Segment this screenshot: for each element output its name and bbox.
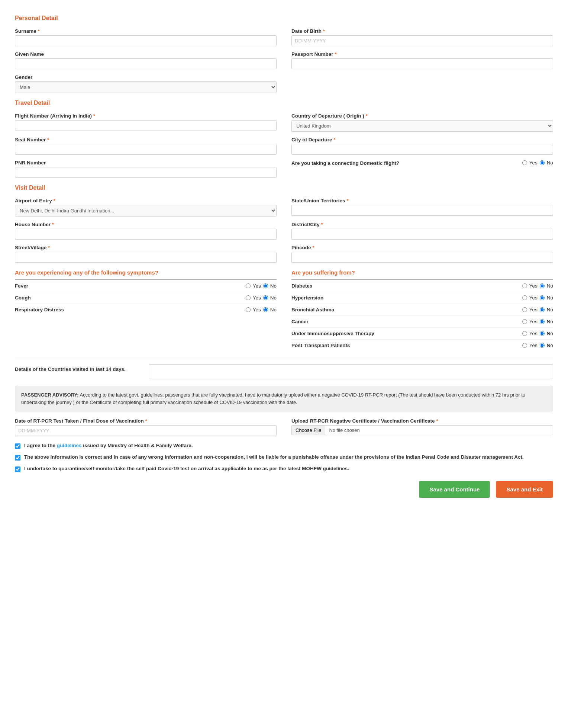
transplant-no-label: No xyxy=(547,343,553,348)
condition-hypertension-label: Hypertension xyxy=(291,295,323,301)
save-exit-button[interactable]: Save and Exit xyxy=(496,481,553,498)
personal-detail-title: Personal Detail xyxy=(15,15,553,22)
pincode-input[interactable] xyxy=(291,252,553,263)
advisory-text: According to the latest govt. guidelines… xyxy=(21,392,525,405)
cough-no-radio[interactable] xyxy=(263,295,268,300)
conditions-col: Are you suffering from? Diabetes Yes No … xyxy=(291,269,553,351)
flight-number-input[interactable] xyxy=(15,120,277,131)
seat-number-group: Seat Number * xyxy=(15,137,277,155)
cancer-yes-radio[interactable] xyxy=(522,319,527,324)
conditions-title: Are you suffering from? xyxy=(291,269,553,276)
country-departure-group: Country of Departure ( Origin ) * United… xyxy=(291,113,553,132)
transplant-no-radio[interactable] xyxy=(540,343,545,348)
cough-no-label: No xyxy=(270,295,277,301)
district-city-group: District/City * xyxy=(291,222,553,240)
immunosuppressive-yes-label: Yes xyxy=(529,331,538,336)
passport-number-group: Passport Number * xyxy=(291,51,553,69)
pincode-group: Pincode * xyxy=(291,245,553,263)
city-departure-group: City of Departure * xyxy=(291,137,553,155)
symptom-respiratory-radio-group: Yes No xyxy=(246,307,277,312)
bronchial-yes-label: Yes xyxy=(529,307,538,312)
symptom-cough-row: Cough Yes No xyxy=(15,292,277,304)
given-name-input[interactable] xyxy=(15,58,277,69)
respiratory-yes-radio[interactable] xyxy=(246,307,251,312)
checkbox3-row: I undertake to quarantine/self monitor/t… xyxy=(15,466,553,472)
passport-number-input[interactable] xyxy=(291,58,553,69)
symptom-cough-radio-group: Yes No xyxy=(246,295,277,301)
immunosuppressive-yes-radio[interactable] xyxy=(522,331,527,336)
immunosuppressive-radio-group: Yes No xyxy=(522,331,553,336)
condition-immunosuppressive-label: Under Immunosuppresive Therapy xyxy=(291,331,374,336)
file-input-display: Choose File No file chosen xyxy=(291,425,553,435)
visit-detail-section: Visit Detail Airport of Entry * New Delh… xyxy=(15,185,553,263)
hypertension-yes-label: Yes xyxy=(529,295,538,301)
given-name-label: Given Name xyxy=(15,51,277,57)
bronchial-no-radio[interactable] xyxy=(540,307,545,312)
condition-transplant-label: Post Transplant Patients xyxy=(291,343,350,348)
dob-input[interactable] xyxy=(291,35,553,46)
hypertension-radio-group: Yes No xyxy=(522,295,553,301)
symptom-respiratory-row: Respiratory Distress Yes No xyxy=(15,304,277,315)
connecting-flight-no-radio[interactable] xyxy=(540,160,545,165)
connecting-flight-label: Are you taking a connecting Domestic fli… xyxy=(291,160,399,167)
diabetes-yes-radio[interactable] xyxy=(522,283,527,288)
checkbox2-label: The above information is correct and in … xyxy=(24,454,524,460)
fever-yes-radio[interactable] xyxy=(246,283,251,288)
pnr-number-label: PNR Number xyxy=(15,160,277,166)
seat-number-input[interactable] xyxy=(15,144,277,155)
hypertension-no-radio[interactable] xyxy=(540,295,545,300)
rtpcr-date-input[interactable] xyxy=(15,425,277,436)
cancer-no-radio[interactable] xyxy=(540,319,545,324)
fever-no-radio[interactable] xyxy=(263,283,268,288)
gender-group: Gender Male Female Other xyxy=(15,74,277,93)
symptoms-title: Are you experiencing any of the followin… xyxy=(15,269,277,276)
choose-file-button[interactable]: Choose File xyxy=(292,426,325,435)
connecting-flight-no-label: No xyxy=(547,160,553,166)
checkbox1[interactable] xyxy=(15,443,20,449)
state-union-group: State/Union Territories * xyxy=(291,198,553,217)
house-number-group: House Number * xyxy=(15,222,277,240)
immunosuppressive-no-label: No xyxy=(547,331,553,336)
buttons-row: Save and Continue Save and Exit xyxy=(15,481,553,498)
connecting-flight-yes-radio[interactable] xyxy=(522,160,527,165)
house-number-input[interactable] xyxy=(15,229,277,240)
transplant-yes-radio[interactable] xyxy=(522,343,527,348)
save-continue-button[interactable]: Save and Continue xyxy=(419,481,490,498)
checkbox3[interactable] xyxy=(15,466,20,472)
checkbox1-row: I agree to the guidelines issued by Mini… xyxy=(15,443,553,449)
connecting-flight-group: Are you taking a connecting Domestic fli… xyxy=(291,160,553,178)
respiratory-no-label: No xyxy=(270,307,277,312)
transplant-yes-label: Yes xyxy=(529,343,538,348)
immunosuppressive-no-radio[interactable] xyxy=(540,331,545,336)
diabetes-no-radio[interactable] xyxy=(540,283,545,288)
respiratory-no-radio[interactable] xyxy=(263,307,268,312)
airport-entry-select[interactable]: New Delhi, Delhi-Indira Gandhi Internati… xyxy=(15,205,277,217)
district-city-input[interactable] xyxy=(291,229,553,240)
street-village-input[interactable] xyxy=(15,252,277,263)
guidelines-link[interactable]: guidelines xyxy=(57,443,82,448)
symptoms-conditions-section: Are you experiencing any of the followin… xyxy=(15,269,553,351)
condition-cancer-row: Cancer Yes No xyxy=(291,316,553,328)
bronchial-no-label: No xyxy=(547,307,553,312)
airport-entry-label: Airport of Entry * xyxy=(15,198,277,203)
condition-bronchial-label: Bronchial Asthma xyxy=(291,307,334,312)
gender-select[interactable]: Male Female Other xyxy=(15,81,277,93)
pnr-number-input[interactable] xyxy=(15,167,277,178)
respiratory-yes-label: Yes xyxy=(253,307,261,312)
fever-yes-label: Yes xyxy=(253,283,261,289)
countries-visited-label: Details of the Countries visited in last… xyxy=(15,364,141,372)
cough-yes-radio[interactable] xyxy=(246,295,251,300)
diabetes-radio-group: Yes No xyxy=(522,283,553,289)
countries-visited-input[interactable] xyxy=(149,364,553,379)
symptom-cough-label: Cough xyxy=(15,295,31,301)
surname-input[interactable] xyxy=(15,35,277,46)
personal-detail-section: Personal Detail Surname * Date of Birth … xyxy=(15,15,553,93)
bronchial-yes-radio[interactable] xyxy=(522,307,527,312)
city-departure-input[interactable] xyxy=(291,144,553,155)
checkbox2[interactable] xyxy=(15,455,20,461)
airport-entry-group: Airport of Entry * New Delhi, Delhi-Indi… xyxy=(15,198,277,217)
state-union-input[interactable] xyxy=(291,205,553,216)
hypertension-yes-radio[interactable] xyxy=(522,295,527,300)
street-village-group: Street/Village * xyxy=(15,245,277,263)
country-departure-select[interactable]: United Kingdom xyxy=(291,120,553,132)
